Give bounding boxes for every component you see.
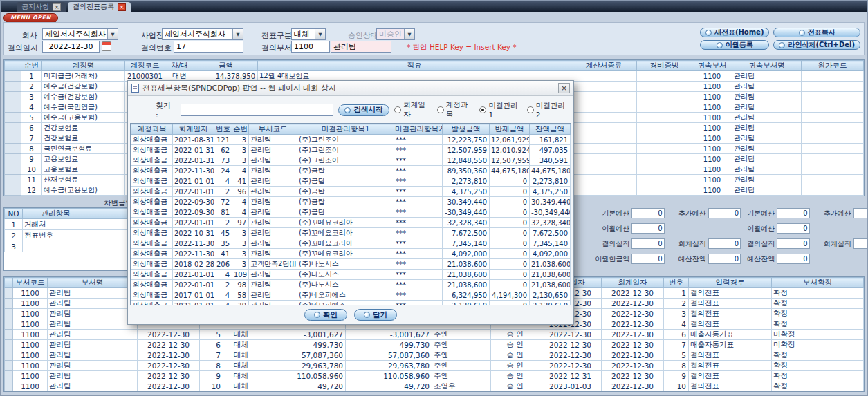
cell-occurred-amount[interactable]: 2,273,810 (443, 176, 490, 187)
cell-dept[interactable]: 관리팀 (249, 270, 297, 280)
row-selector-cell[interactable] (5, 381, 13, 392)
cell-invoice-type[interactable] (571, 102, 637, 113)
cell-open-mgmt-1[interactable]: (주)금탑 (297, 207, 394, 218)
cell-no[interactable]: 121 (214, 135, 232, 145)
menu-open-button[interactable]: MENU OPEN (3, 13, 58, 23)
cell-balance-amount[interactable]: 7,672,500 (530, 228, 571, 238)
cell-balance-amount[interactable]: 7,345,140 (530, 238, 571, 249)
cell-balance-amount[interactable]: 2,273,810 (530, 176, 571, 187)
cell-account-date[interactable]: 2021-01-01 (173, 176, 214, 187)
cell-seq[interactable]: 41 (232, 176, 249, 187)
cell-dept-confirm[interactable]: 확정 (772, 288, 864, 299)
cell-account-date[interactable]: 2018-02-28 (173, 259, 214, 270)
cell-no[interactable]: 2 (5, 230, 23, 241)
cell-slip-no[interactable]: 7 (664, 340, 689, 350)
row-selector-cell[interactable] (5, 196, 21, 197)
cell-line-no[interactable]: 2 (21, 82, 42, 92)
cell-account-name[interactable]: 예수금(고용보험) (42, 185, 125, 196)
cell-account[interactable]: 외상매출금 (131, 135, 173, 145)
radio-account-date[interactable]: 회계일자 (394, 100, 432, 120)
row-selector-cell[interactable] (5, 288, 13, 299)
cell-account-date[interactable]: 2022-01-31 (173, 145, 214, 155)
cell-writer[interactable]: 주엔 (432, 340, 491, 350)
cell-account[interactable]: 외상매출금 (131, 259, 173, 270)
cell-expense-proof[interactable] (637, 133, 692, 144)
cell-account[interactable]: 외상매출금 (131, 301, 173, 306)
cell-open-mgmt-2[interactable]: *** (394, 155, 443, 166)
cell-invoice-type[interactable] (571, 175, 637, 185)
row-selector-cell[interactable] (5, 319, 13, 330)
cell-slip-no[interactable]: 4 (664, 319, 689, 330)
cell-dept[interactable]: 관리팀 (249, 135, 297, 145)
cell-balance-amount[interactable]: 21,038,600 (530, 270, 571, 280)
cell-resolve-no[interactable]: 9 (200, 371, 223, 381)
cell-invoice-type[interactable] (571, 144, 637, 154)
cell-balance-amount[interactable]: 497,035 (530, 145, 571, 155)
table-row[interactable]: 외상매출금 2021-01-01 4 39 관리팀 (주)네오피에스 *** 2… (131, 301, 571, 306)
cell-dept-name[interactable]: 관리팀 (48, 299, 138, 309)
cell-approve-status[interactable]: 승 인 (491, 340, 539, 350)
cell-account-name[interactable]: 예수금(건강보험) (42, 92, 125, 102)
cell-dept-code[interactable]: 1100 (13, 361, 48, 371)
cell-no[interactable]: 2 (214, 280, 232, 290)
cell-slip-no[interactable]: 8 (664, 361, 689, 371)
cell-seq[interactable]: 3 (232, 145, 249, 155)
cell-occurred-amount[interactable]: -30,349,440 (443, 207, 490, 218)
cell-cost-code[interactable] (802, 82, 864, 92)
cell-dept[interactable]: 관리팀 (249, 249, 297, 259)
cell-account-date[interactable]: 2022-12-30 (602, 309, 664, 319)
cell-no[interactable]: 72 (214, 197, 232, 207)
cell-balance-amount[interactable]: 30,349,440 (530, 197, 571, 207)
cell-no[interactable]: 73 (214, 155, 232, 166)
cell-no[interactable]: 3 (5, 241, 23, 252)
cell-input-path[interactable]: 결의전표 (689, 309, 772, 319)
cell-open-mgmt-1[interactable]: (주)꼬메요코리아 (297, 238, 394, 249)
cell-amount-1[interactable]: -3,001,627 (259, 330, 346, 340)
table-row[interactable]: 외상매출금 2017-01-01 4 58 관리팀 (주)네오피에스 *** 6… (131, 290, 571, 301)
cell-line-no[interactable]: 5 (21, 113, 42, 123)
cell-slip-no[interactable]: 2 (664, 299, 689, 309)
cell-dept-code[interactable]: 1100 (13, 309, 48, 319)
cell-slip-type[interactable]: 대체 (223, 350, 259, 361)
cell-input-path[interactable]: 결의전표 (689, 299, 772, 309)
cell-open-mgmt-1[interactable]: (주)금탑 (297, 176, 394, 187)
cell-account-date[interactable]: 2022-10-31 (173, 228, 214, 238)
cell-invoice-type[interactable] (571, 92, 637, 102)
cell-no[interactable]: 2 (214, 218, 232, 228)
cell-approve-status[interactable]: 승 인 (491, 350, 539, 361)
close-icon[interactable] (118, 3, 126, 11)
cell-dept-name[interactable]: 관리팀 (48, 309, 138, 319)
row-selector-cell[interactable] (5, 113, 21, 123)
cell-dept-name[interactable]: 관리팀 (732, 154, 802, 164)
cell-approve-date[interactable]: 2022-12-31 (539, 371, 602, 381)
table-row[interactable]: 1100 관리팀 (5, 392, 864, 393)
row-selector-cell[interactable] (5, 330, 13, 340)
cell-account[interactable]: 외상매출금 (131, 155, 173, 166)
cell-slip-type[interactable]: 대체 (223, 361, 259, 371)
cell-invoice-type[interactable] (571, 164, 637, 175)
cell-line-no[interactable]: 12 (21, 185, 42, 196)
chevron-down-icon[interactable] (232, 29, 243, 39)
cell-open-mgmt-1[interactable]: (주)네오피에스 (297, 301, 394, 306)
cell-no[interactable]: 41 (214, 249, 232, 259)
cell-dept[interactable]: 관리팀 (249, 145, 297, 155)
cell-cost-code[interactable] (802, 164, 864, 175)
cell-dept-name[interactable]: 관리팀 (48, 361, 138, 371)
cell-no[interactable]: 62 (214, 145, 232, 155)
cell-open-mgmt-2[interactable]: *** (394, 238, 443, 249)
cell-balance-amount[interactable]: 4,375,250 (530, 187, 571, 197)
cell-account-name[interactable]: 산재보험료 (42, 175, 125, 185)
cell-seq[interactable]: 3 (232, 155, 249, 166)
cell-dept-name[interactable]: 관리팀 (48, 381, 138, 392)
cell-dept-confirm[interactable]: 확정 (772, 361, 864, 371)
cell-account[interactable]: 외상매출금 (131, 218, 173, 228)
cell-slip-type[interactable]: 대체 (223, 381, 259, 392)
cell-seq[interactable]: 3 (232, 238, 249, 249)
cell-dept[interactable]: 관리팀 (249, 218, 297, 228)
cell-expense-proof[interactable] (637, 196, 692, 197)
cell-account-date[interactable]: 2021-01-01 (173, 270, 214, 280)
cell-input-path[interactable]: 결의전표 (689, 288, 772, 299)
cell-open-mgmt-2[interactable]: *** (394, 207, 443, 218)
cell-approve-date[interactable]: 2022-12-30 (539, 350, 602, 361)
cell-open-mgmt-1[interactable]: (주)나노시스 (297, 280, 394, 290)
